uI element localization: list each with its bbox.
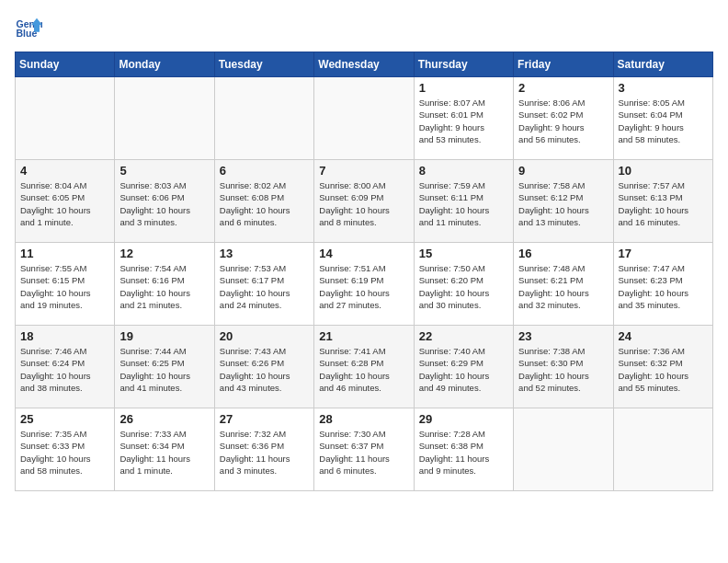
calendar-cell: 11Sunrise: 7:55 AM Sunset: 6:15 PM Dayli… <box>16 243 115 326</box>
calendar-cell <box>314 77 414 160</box>
day-number: 7 <box>319 164 408 178</box>
calendar-cell: 3Sunrise: 8:05 AM Sunset: 6:04 PM Daylig… <box>613 77 712 160</box>
calendar-cell: 24Sunrise: 7:36 AM Sunset: 6:32 PM Dayli… <box>613 326 712 408</box>
day-info: Sunrise: 7:43 AM Sunset: 6:26 PM Dayligh… <box>220 345 309 394</box>
day-number: 3 <box>619 81 708 95</box>
day-info: Sunrise: 8:07 AM Sunset: 6:01 PM Dayligh… <box>419 97 508 145</box>
calendar-cell <box>613 408 712 491</box>
calendar-week-2: 4Sunrise: 8:04 AM Sunset: 6:05 PM Daylig… <box>16 160 713 243</box>
calendar-cell: 25Sunrise: 7:35 AM Sunset: 6:33 PM Dayli… <box>16 408 115 491</box>
calendar-cell <box>514 408 613 491</box>
day-number: 4 <box>20 164 109 178</box>
calendar-cell: 8Sunrise: 7:59 AM Sunset: 6:11 PM Daylig… <box>414 160 513 243</box>
day-number: 10 <box>619 164 708 178</box>
day-info: Sunrise: 7:38 AM Sunset: 6:30 PM Dayligh… <box>518 345 608 394</box>
day-number: 25 <box>20 412 109 426</box>
header-cell-sunday: Sunday <box>16 52 115 77</box>
calendar-cell: 7Sunrise: 8:00 AM Sunset: 6:09 PM Daylig… <box>314 160 414 243</box>
day-info: Sunrise: 7:47 AM Sunset: 6:23 PM Dayligh… <box>619 262 708 311</box>
day-info: Sunrise: 7:59 AM Sunset: 6:11 PM Dayligh… <box>419 179 508 228</box>
calendar-cell: 19Sunrise: 7:44 AM Sunset: 6:25 PM Dayli… <box>115 326 214 408</box>
day-info: Sunrise: 7:54 AM Sunset: 6:16 PM Dayligh… <box>119 262 209 311</box>
calendar-cell: 23Sunrise: 7:38 AM Sunset: 6:30 PM Dayli… <box>514 326 613 408</box>
calendar-cell: 15Sunrise: 7:50 AM Sunset: 6:20 PM Dayli… <box>414 243 513 326</box>
header-cell-thursday: Thursday <box>414 52 513 77</box>
day-number: 1 <box>419 81 508 95</box>
day-info: Sunrise: 8:03 AM Sunset: 6:06 PM Dayligh… <box>119 179 209 228</box>
calendar-week-5: 25Sunrise: 7:35 AM Sunset: 6:33 PM Dayli… <box>16 408 713 491</box>
day-number: 26 <box>119 412 209 426</box>
calendar-header-row: SundayMondayTuesdayWednesdayThursdayFrid… <box>16 52 713 77</box>
day-info: Sunrise: 7:35 AM Sunset: 6:33 PM Dayligh… <box>20 428 109 477</box>
calendar-cell: 27Sunrise: 7:32 AM Sunset: 6:36 PM Dayli… <box>214 408 313 491</box>
day-number: 19 <box>119 329 209 343</box>
day-number: 6 <box>220 164 309 178</box>
day-number: 13 <box>220 247 309 260</box>
svg-text:Blue: Blue <box>17 28 38 39</box>
calendar-cell: 18Sunrise: 7:46 AM Sunset: 6:24 PM Dayli… <box>16 326 115 408</box>
day-number: 29 <box>419 412 508 426</box>
day-number: 11 <box>20 247 109 260</box>
logo-icon: General Blue <box>15 15 42 42</box>
day-info: Sunrise: 8:00 AM Sunset: 6:09 PM Dayligh… <box>319 179 408 228</box>
day-number: 24 <box>619 329 708 343</box>
day-number: 14 <box>319 247 408 260</box>
header-cell-friday: Friday <box>514 52 613 77</box>
day-info: Sunrise: 7:53 AM Sunset: 6:17 PM Dayligh… <box>220 262 309 311</box>
calendar-cell: 16Sunrise: 7:48 AM Sunset: 6:21 PM Dayli… <box>514 243 613 326</box>
day-info: Sunrise: 7:40 AM Sunset: 6:29 PM Dayligh… <box>419 345 508 394</box>
calendar-body: 1Sunrise: 8:07 AM Sunset: 6:01 PM Daylig… <box>16 77 713 491</box>
day-number: 27 <box>220 412 309 426</box>
day-info: Sunrise: 7:51 AM Sunset: 6:19 PM Dayligh… <box>319 262 408 311</box>
header-cell-wednesday: Wednesday <box>314 52 414 77</box>
calendar-table: SundayMondayTuesdayWednesdayThursdayFrid… <box>15 52 713 491</box>
day-number: 20 <box>220 329 309 343</box>
day-info: Sunrise: 8:06 AM Sunset: 6:02 PM Dayligh… <box>518 97 608 145</box>
day-info: Sunrise: 7:41 AM Sunset: 6:28 PM Dayligh… <box>319 345 408 394</box>
day-number: 22 <box>419 329 508 343</box>
calendar-cell: 21Sunrise: 7:41 AM Sunset: 6:28 PM Dayli… <box>314 326 414 408</box>
day-number: 15 <box>419 247 508 260</box>
page-header: General Blue <box>15 15 713 42</box>
calendar-cell: 1Sunrise: 8:07 AM Sunset: 6:01 PM Daylig… <box>414 77 513 160</box>
calendar-week-1: 1Sunrise: 8:07 AM Sunset: 6:01 PM Daylig… <box>16 77 713 160</box>
calendar-cell: 4Sunrise: 8:04 AM Sunset: 6:05 PM Daylig… <box>16 160 115 243</box>
calendar-cell: 5Sunrise: 8:03 AM Sunset: 6:06 PM Daylig… <box>115 160 214 243</box>
calendar-cell: 26Sunrise: 7:33 AM Sunset: 6:34 PM Dayli… <box>115 408 214 491</box>
day-number: 8 <box>419 164 508 178</box>
day-info: Sunrise: 8:05 AM Sunset: 6:04 PM Dayligh… <box>619 97 708 145</box>
day-number: 2 <box>518 81 608 95</box>
calendar-cell <box>214 77 313 160</box>
calendar-cell: 29Sunrise: 7:28 AM Sunset: 6:38 PM Dayli… <box>414 408 513 491</box>
day-info: Sunrise: 7:44 AM Sunset: 6:25 PM Dayligh… <box>119 345 209 394</box>
day-number: 5 <box>119 164 209 178</box>
day-number: 12 <box>119 247 209 260</box>
calendar-cell: 28Sunrise: 7:30 AM Sunset: 6:37 PM Dayli… <box>314 408 414 491</box>
calendar-cell: 2Sunrise: 8:06 AM Sunset: 6:02 PM Daylig… <box>514 77 613 160</box>
day-info: Sunrise: 8:02 AM Sunset: 6:08 PM Dayligh… <box>220 179 309 228</box>
logo: General Blue <box>15 15 46 42</box>
calendar-cell: 12Sunrise: 7:54 AM Sunset: 6:16 PM Dayli… <box>115 243 214 326</box>
calendar-week-3: 11Sunrise: 7:55 AM Sunset: 6:15 PM Dayli… <box>16 243 713 326</box>
day-info: Sunrise: 7:33 AM Sunset: 6:34 PM Dayligh… <box>119 428 209 477</box>
day-number: 9 <box>518 164 608 178</box>
calendar-cell: 17Sunrise: 7:47 AM Sunset: 6:23 PM Dayli… <box>613 243 712 326</box>
day-info: Sunrise: 7:57 AM Sunset: 6:13 PM Dayligh… <box>619 179 708 228</box>
calendar-cell: 13Sunrise: 7:53 AM Sunset: 6:17 PM Dayli… <box>214 243 313 326</box>
day-number: 23 <box>518 329 608 343</box>
day-number: 18 <box>20 329 109 343</box>
calendar-cell: 6Sunrise: 8:02 AM Sunset: 6:08 PM Daylig… <box>214 160 313 243</box>
header-cell-monday: Monday <box>115 52 214 77</box>
day-info: Sunrise: 7:28 AM Sunset: 6:38 PM Dayligh… <box>419 428 508 477</box>
calendar-week-4: 18Sunrise: 7:46 AM Sunset: 6:24 PM Dayli… <box>16 326 713 408</box>
day-info: Sunrise: 7:36 AM Sunset: 6:32 PM Dayligh… <box>619 345 708 394</box>
day-info: Sunrise: 7:30 AM Sunset: 6:37 PM Dayligh… <box>319 428 408 477</box>
calendar-cell: 10Sunrise: 7:57 AM Sunset: 6:13 PM Dayli… <box>613 160 712 243</box>
day-number: 28 <box>319 412 408 426</box>
calendar-cell: 14Sunrise: 7:51 AM Sunset: 6:19 PM Dayli… <box>314 243 414 326</box>
header-cell-saturday: Saturday <box>613 52 712 77</box>
day-info: Sunrise: 7:55 AM Sunset: 6:15 PM Dayligh… <box>20 262 109 311</box>
day-info: Sunrise: 7:32 AM Sunset: 6:36 PM Dayligh… <box>220 428 309 477</box>
day-info: Sunrise: 7:58 AM Sunset: 6:12 PM Dayligh… <box>518 179 608 228</box>
day-info: Sunrise: 7:48 AM Sunset: 6:21 PM Dayligh… <box>518 262 608 311</box>
